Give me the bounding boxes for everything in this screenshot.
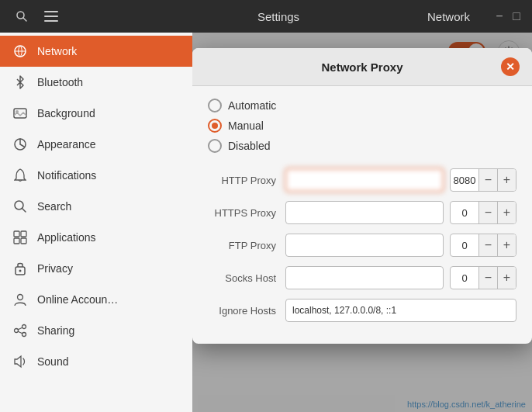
svg-point-18 [18, 295, 23, 300]
maximize-button[interactable]: □ [510, 10, 523, 23]
https-port-group: 0 − + [450, 201, 516, 224]
sidebar-label-sound: Sound [37, 355, 68, 368]
ftp-proxy-row: FTP Proxy 0 − + [208, 234, 516, 257]
svg-line-1 [23, 18, 26, 21]
sidebar-item-notifications[interactable]: Notifications [0, 160, 192, 191]
svg-line-11 [22, 209, 26, 213]
http-proxy-label: HTTP Proxy [208, 175, 285, 186]
https-proxy-input[interactable] [285, 201, 444, 224]
minimize-button[interactable]: − [493, 10, 506, 23]
notifications-icon [12, 168, 28, 183]
svg-point-17 [19, 270, 22, 272]
ignore-hosts-input[interactable] [285, 299, 516, 322]
radio-disabled[interactable]: Disabled [208, 139, 516, 153]
svg-line-23 [18, 331, 22, 333]
ftp-proxy-label: FTP Proxy [208, 240, 285, 251]
https-port-increment[interactable]: + [497, 201, 516, 224]
https-port-decrement[interactable]: − [478, 201, 497, 224]
svg-line-22 [18, 327, 22, 329]
svg-rect-14 [14, 238, 19, 244]
svg-rect-15 [21, 238, 26, 244]
ftp-port-value: 0 [451, 240, 478, 251]
main-layout: Network Bluetooth Background [0, 33, 532, 412]
radio-label-disabled: Disabled [228, 140, 270, 152]
socks-port-group: 0 − + [450, 266, 516, 289]
http-port-increment[interactable]: + [497, 168, 516, 192]
radio-circle-manual [208, 119, 222, 133]
socks-host-input[interactable] [285, 266, 444, 289]
ftp-port-decrement[interactable]: − [478, 234, 497, 257]
search-button[interactable] [9, 4, 34, 29]
network-proxy-dialog: Network Proxy ✕ Automatic [192, 48, 532, 344]
sidebar-item-sound[interactable]: Sound [0, 346, 192, 377]
http-proxy-input[interactable] [285, 168, 444, 192]
http-proxy-row: HTTP Proxy 8080 − + [208, 168, 516, 192]
ignore-hosts-row: Ignore Hosts [208, 299, 516, 322]
https-proxy-row: HTTPS Proxy 0 − + [208, 201, 516, 224]
window-controls: − □ [493, 10, 523, 23]
title-bar: Settings Network − □ [0, 0, 532, 33]
proxy-mode-radio-group: Automatic Manual Disabled [208, 99, 516, 153]
svg-point-20 [15, 329, 19, 333]
dialog-title: Network Proxy [223, 61, 501, 74]
sidebar-item-privacy[interactable]: Privacy [0, 253, 192, 284]
content-area: Manual Network Proxy ✕ [192, 33, 532, 412]
socks-port-increment[interactable]: + [497, 266, 516, 289]
radio-manual[interactable]: Manual [208, 119, 516, 133]
sidebar-label-applications: Applications [37, 231, 96, 244]
sidebar-label-sharing: Sharing [37, 324, 74, 337]
radio-circle-disabled [208, 139, 222, 153]
sidebar-label-background: Background [37, 107, 95, 119]
sidebar-label-online-accounts: Online Accoun… [37, 293, 118, 306]
sidebar-item-appearance[interactable]: Appearance [0, 129, 192, 160]
sidebar-label-bluetooth: Bluetooth [37, 76, 83, 88]
svg-rect-12 [14, 231, 19, 237]
http-port-decrement[interactable]: − [478, 168, 497, 192]
privacy-icon [12, 261, 28, 276]
network-icon [12, 43, 28, 59]
search-icon [12, 199, 28, 214]
sidebar: Network Bluetooth Background [0, 33, 192, 412]
online-accounts-icon [12, 292, 28, 307]
menu-button[interactable] [39, 4, 64, 29]
svg-rect-13 [21, 231, 26, 237]
sidebar-item-bluetooth[interactable]: Bluetooth [0, 67, 192, 98]
dialog-body: Automatic Manual Disabled [192, 86, 532, 344]
socks-port-decrement[interactable]: − [478, 266, 497, 289]
sidebar-label-privacy: Privacy [37, 262, 73, 275]
sidebar-item-sharing[interactable]: Sharing [0, 315, 192, 346]
sidebar-label-network: Network [37, 45, 77, 57]
sidebar-label-notifications: Notifications [37, 169, 96, 182]
radio-automatic[interactable]: Automatic [208, 99, 516, 113]
svg-rect-3 [44, 16, 58, 17]
page-title-header: Network [427, 10, 470, 23]
svg-rect-2 [44, 11, 58, 12]
sidebar-item-search[interactable]: Search [0, 191, 192, 222]
appearance-icon [12, 137, 28, 152]
ftp-port-increment[interactable]: + [497, 234, 516, 257]
sidebar-item-online-accounts[interactable]: Online Accoun… [0, 284, 192, 315]
applications-icon [12, 230, 28, 245]
sidebar-item-network[interactable]: Network [0, 36, 192, 67]
radio-circle-automatic [208, 99, 222, 113]
svg-rect-4 [44, 20, 58, 22]
dialog-overlay: Network Proxy ✕ Automatic [192, 33, 532, 412]
https-port-value: 0 [451, 207, 478, 219]
socks-host-row: Socks Host 0 − + [208, 266, 516, 289]
sidebar-item-applications[interactable]: Applications [0, 222, 192, 253]
ftp-proxy-input[interactable] [285, 234, 444, 257]
svg-point-21 [22, 333, 26, 337]
dialog-header: Network Proxy ✕ [192, 48, 532, 86]
radio-dot-manual [212, 123, 218, 129]
ignore-hosts-label: Ignore Hosts [208, 305, 285, 317]
sidebar-item-background[interactable]: Background [0, 98, 192, 129]
socks-port-value: 0 [451, 272, 478, 284]
svg-point-19 [22, 325, 26, 329]
bluetooth-icon [12, 74, 28, 90]
dialog-close-button[interactable]: ✕ [501, 57, 520, 76]
https-proxy-label: HTTPS Proxy [208, 207, 285, 219]
background-icon [12, 106, 28, 121]
http-port-group: 8080 − + [450, 168, 516, 192]
radio-label-automatic: Automatic [228, 99, 276, 112]
sound-icon [12, 354, 28, 369]
